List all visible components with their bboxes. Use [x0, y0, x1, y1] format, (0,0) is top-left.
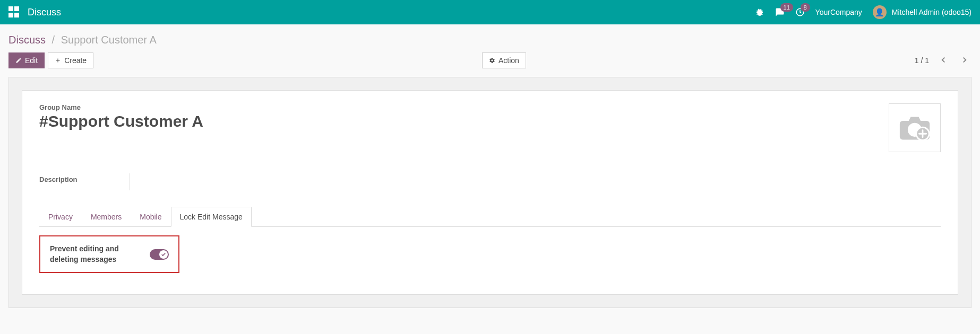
prevent-edit-toggle[interactable] — [150, 249, 169, 260]
apps-menu-icon[interactable] — [8, 6, 20, 18]
user-menu[interactable]: 👤 Mitchell Admin (odoo15) — [873, 5, 972, 19]
breadcrumb: Discuss / Support Customer A — [8, 29, 972, 52]
pager-text: 1 / 1 — [915, 56, 929, 65]
create-button[interactable]: Create — [48, 52, 93, 68]
tab-lock-edit-message[interactable]: Lock Edit Message — [171, 207, 252, 227]
breadcrumb-current: Support Customer A — [61, 34, 157, 46]
action-button[interactable]: Action — [482, 52, 526, 68]
tab-mobile[interactable]: Mobile — [131, 207, 170, 227]
prevent-edit-label: Prevent editing and deleting messages — [50, 244, 124, 265]
top-navbar: Discuss 11 8 YourCompany 👤 Mitchell Admi… — [0, 0, 980, 24]
company-switcher[interactable]: YourCompany — [815, 8, 862, 16]
group-name-prefix: # — [39, 112, 48, 130]
app-title: Discuss — [28, 7, 61, 18]
camera-plus-icon — [899, 115, 931, 141]
group-name-text: Support Customer A — [48, 112, 203, 130]
toggle-knob — [159, 250, 168, 259]
user-display-name: Mitchell Admin (odoo15) — [892, 8, 972, 16]
group-name-label: Group Name — [39, 103, 203, 111]
create-button-label: Create — [64, 56, 87, 65]
debug-icon[interactable] — [755, 7, 764, 17]
messages-badge: 11 — [780, 3, 793, 12]
description-label: Description — [39, 173, 130, 190]
pencil-icon — [15, 57, 22, 64]
chevron-right-icon — [960, 55, 969, 65]
breadcrumb-root[interactable]: Discuss — [8, 34, 46, 46]
description-value — [130, 173, 136, 190]
breadcrumb-separator: / — [52, 34, 55, 46]
action-button-label: Action — [498, 56, 519, 65]
image-upload[interactable] — [889, 103, 941, 152]
plus-icon — [55, 57, 61, 64]
control-panel: Edit Create Action 1 / 1 — [8, 52, 972, 68]
activities-badge: 8 — [801, 3, 810, 12]
gear-icon — [489, 57, 495, 64]
form-sheet: Group Name #Support Customer A Descripti… — [22, 90, 958, 295]
activities-icon[interactable]: 8 — [795, 7, 805, 17]
chevron-left-icon — [939, 55, 948, 65]
avatar: 👤 — [873, 5, 887, 19]
edit-button-label: Edit — [25, 56, 38, 65]
messages-icon[interactable]: 11 — [775, 7, 785, 17]
tab-members[interactable]: Members — [82, 207, 131, 227]
tab-privacy[interactable]: Privacy — [39, 207, 82, 227]
pager-next[interactable] — [958, 53, 972, 68]
pager-prev[interactable] — [936, 53, 950, 68]
edit-button[interactable]: Edit — [8, 52, 45, 68]
tabs: Privacy Members Mobile Lock Edit Message — [39, 206, 941, 227]
check-icon — [161, 252, 166, 257]
form-sheet-background: Group Name #Support Customer A Descripti… — [8, 77, 972, 308]
lock-edit-highlight: Prevent editing and deleting messages — [39, 235, 179, 273]
group-name-value: #Support Customer A — [39, 112, 203, 130]
